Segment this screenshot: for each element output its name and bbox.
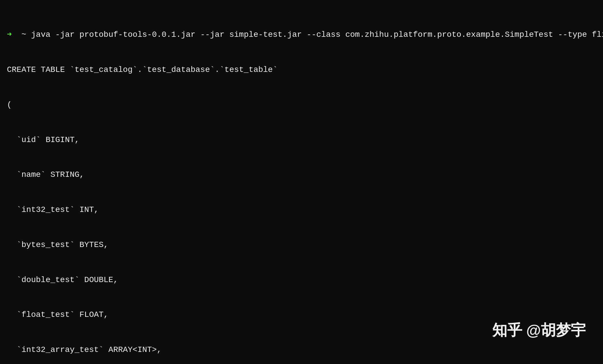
prompt-command-1: ~ java -jar protobuf-tools-0.0.1.jar --j… [12, 30, 603, 39]
field-int32-array: `int32_array_test` ARRAY<INT>, [7, 344, 596, 356]
watermark: 知乎 @胡梦宇 [492, 319, 586, 341]
field-name: `name` STRING, [7, 169, 596, 181]
prompt-arrow-1: ➜ [7, 30, 12, 39]
field-bytes-test: `bytes_test` BYTES, [7, 239, 596, 251]
command-line-1: ➜ ~ java -jar protobuf-tools-0.0.1.jar -… [7, 29, 596, 41]
terminal-content: ➜ ~ java -jar protobuf-tools-0.0.1.jar -… [7, 6, 596, 364]
create-table-line-1: CREATE TABLE `test_catalog`.`test_databa… [7, 64, 596, 76]
field-uid: `uid` BIGINT, [7, 134, 596, 146]
field-int32-test: `int32_test` INT, [7, 204, 596, 216]
terminal-window: ➜ ~ java -jar protobuf-tools-0.0.1.jar -… [0, 0, 603, 364]
field-double-test: `double_test` DOUBLE, [7, 274, 596, 286]
open-paren-1: ( [7, 99, 596, 111]
